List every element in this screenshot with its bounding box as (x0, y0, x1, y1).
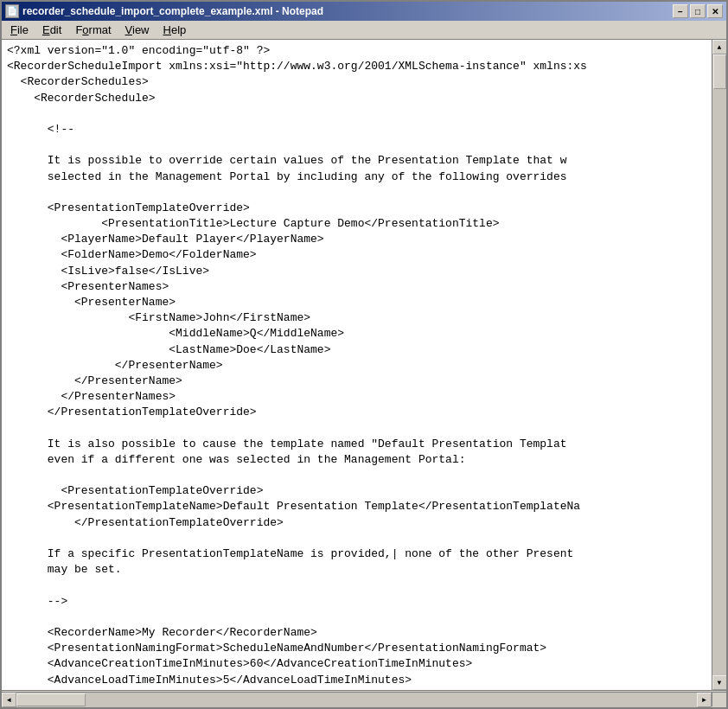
menu-view[interactable]: View (118, 22, 156, 38)
scroll-down-button[interactable]: ▼ (712, 675, 727, 690)
horizontal-scrollbar[interactable]: ◄ ► (2, 692, 712, 706)
scroll-right-button[interactable]: ► (697, 693, 712, 707)
scroll-left-button[interactable]: ◄ (2, 693, 16, 707)
scroll-track-horizontal[interactable] (16, 693, 697, 707)
scroll-thumb-vertical[interactable] (713, 54, 726, 89)
close-button[interactable]: ✕ (707, 4, 723, 18)
content-area: <?xml version="1.0" encoding="utf-8" ?> … (2, 40, 726, 690)
title-buttons: − □ ✕ (673, 4, 723, 18)
main-window: 📄 recorder_schedule_import_complete_exam… (0, 0, 728, 709)
scroll-track-vertical[interactable] (712, 54, 727, 675)
bottom-bar: ◄ ► (2, 690, 726, 707)
menu-format[interactable]: Format (68, 22, 118, 38)
menu-bar: File Edit Format View Help (2, 21, 726, 40)
scroll-thumb-horizontal[interactable] (16, 693, 86, 706)
scroll-up-button[interactable]: ▲ (712, 40, 727, 54)
vertical-scrollbar[interactable]: ▲ ▼ (712, 40, 726, 690)
title-bar-left: 📄 recorder_schedule_import_complete_exam… (5, 4, 323, 18)
menu-file[interactable]: File (3, 22, 35, 38)
minimize-button[interactable]: − (673, 4, 688, 18)
maximize-button[interactable]: □ (690, 4, 706, 18)
title-bar: 📄 recorder_schedule_import_complete_exam… (2, 2, 726, 21)
text-content[interactable]: <?xml version="1.0" encoding="utf-8" ?> … (2, 40, 712, 690)
app-icon: 📄 (5, 4, 19, 18)
window-title: recorder_schedule_import_complete_exampl… (22, 5, 323, 17)
menu-edit[interactable]: Edit (35, 22, 68, 38)
scrollbar-corner (712, 692, 726, 706)
menu-help[interactable]: Help (156, 22, 194, 38)
